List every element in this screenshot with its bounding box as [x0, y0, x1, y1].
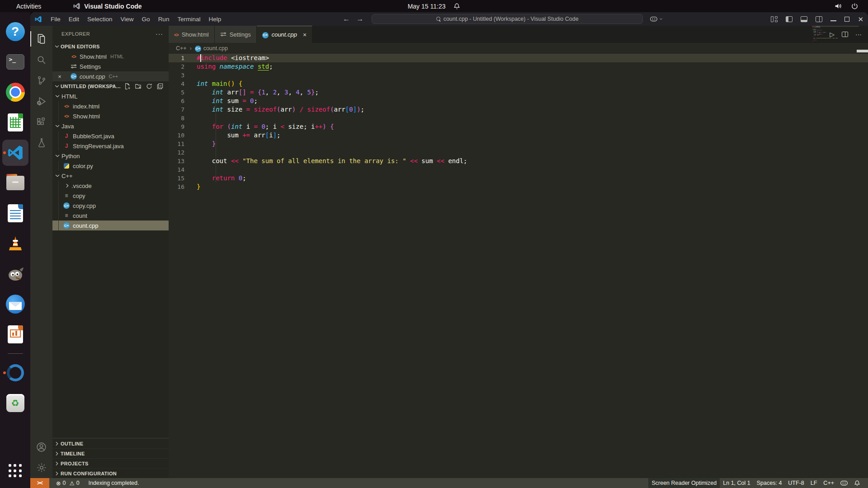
- activitybar-account[interactable]: [30, 436, 52, 457]
- collapse-all-icon[interactable]: [157, 83, 163, 89]
- dock-item-libreoffice-writer[interactable]: [2, 200, 28, 226]
- statusbar-cursor-position[interactable]: Ln 1, Col 1: [720, 478, 753, 488]
- tree-item-index.html[interactable]: <>index.html: [52, 101, 169, 111]
- copilot-menu[interactable]: [650, 16, 663, 23]
- workspace-header[interactable]: UNTITLED (WORKSPA...: [52, 81, 169, 91]
- tree-item-C++[interactable]: C++: [52, 171, 169, 181]
- dock-item-libreoffice-calc[interactable]: [2, 109, 28, 136]
- menu-view[interactable]: View: [117, 14, 138, 24]
- scrollbar-thumb[interactable]: [857, 50, 868, 52]
- tab-close-icon[interactable]: ×: [303, 31, 307, 38]
- chevron-down-icon: [53, 153, 61, 159]
- tree-item-BubbleSort.java[interactable]: JBubbleSort.java: [52, 131, 169, 141]
- remote-indicator[interactable]: ><: [30, 478, 49, 488]
- clock-text[interactable]: May 15 11:23: [408, 3, 446, 10]
- window-restore-button[interactable]: [844, 17, 849, 22]
- tree-item-copy.cpp[interactable]: C+copy.cpp: [52, 201, 169, 211]
- focused-app-indicator[interactable]: Visual Studio Code: [73, 2, 142, 10]
- toggle-primary-sidebar-icon[interactable]: [786, 16, 793, 22]
- activitybar-source-control[interactable]: [30, 70, 52, 91]
- open-editors-header[interactable]: OPEN EDITORS: [52, 42, 169, 52]
- command-center[interactable]: count.cpp - Untitled (Workspace) - Visua…: [372, 14, 643, 24]
- statusbar-screen-reader[interactable]: Screen Reader Optimized: [648, 478, 720, 488]
- code-editor[interactable]: 1#include <iostream>2using namespace std…: [169, 54, 868, 478]
- section-timeline[interactable]: TIMELINE: [52, 448, 169, 458]
- line-number: 6: [169, 97, 197, 105]
- dock-item-libreoffice-impress[interactable]: [2, 321, 28, 347]
- workspace-actions: [124, 83, 169, 89]
- section-label: RUN CONFIGURATION: [61, 471, 117, 476]
- problems-indicator[interactable]: ⊗ 0 ⚠ 0: [53, 478, 83, 488]
- nav-back-button[interactable]: ←: [343, 15, 350, 23]
- activitybar-run-debug[interactable]: [30, 91, 52, 112]
- refresh-icon[interactable]: [146, 83, 152, 89]
- dock-item-files[interactable]: [2, 170, 28, 196]
- new-file-icon[interactable]: [124, 83, 131, 89]
- volume-icon[interactable]: [835, 3, 842, 9]
- dock-item-terminal[interactable]: >_: [2, 49, 28, 75]
- explorer-more-actions-icon[interactable]: ···: [156, 30, 163, 38]
- dock-item-thunderbird[interactable]: [2, 291, 28, 317]
- dock-item-help[interactable]: ?: [2, 19, 28, 45]
- dock-item-software-updater[interactable]: [2, 360, 28, 386]
- tree-item-.vscode[interactable]: .vscode: [52, 181, 169, 191]
- breadcrumb-item[interactable]: C+count.cpp: [195, 45, 228, 52]
- tree-item-Java[interactable]: Java: [52, 121, 169, 131]
- dock-item-vlc[interactable]: [2, 230, 28, 257]
- dock-item-trash[interactable]: ♻: [2, 390, 28, 416]
- customize-layout-icon[interactable]: [771, 16, 778, 22]
- statusbar-encoding[interactable]: UTF-8: [785, 478, 807, 488]
- section-outline[interactable]: OUTLINE: [52, 438, 169, 448]
- tree-item-count[interactable]: ≡count: [52, 211, 169, 221]
- power-icon[interactable]: [851, 3, 858, 9]
- minimap[interactable]: #include <iostream>using namespace std;i…: [812, 26, 862, 80]
- dock-item-show-apps[interactable]: [2, 458, 28, 484]
- dock-item-gimp[interactable]: [2, 261, 28, 287]
- window-close-button[interactable]: ✕: [858, 17, 863, 22]
- statusbar-notifications[interactable]: [851, 478, 863, 488]
- dock-item-chrome[interactable]: [2, 79, 28, 105]
- activitybar-settings-gear[interactable]: [30, 457, 52, 478]
- menu-run[interactable]: Run: [154, 14, 174, 24]
- tree-item-count.cpp[interactable]: C+count.cpp: [52, 221, 169, 230]
- statusbar-eol[interactable]: LF: [807, 478, 821, 488]
- tree-item-Show.html[interactable]: <>Show.html: [52, 111, 169, 121]
- tree-item-HTML[interactable]: HTML: [52, 91, 169, 101]
- activitybar-search[interactable]: [30, 49, 52, 70]
- menu-edit[interactable]: Edit: [65, 14, 83, 24]
- tree-item-copy[interactable]: ≡copy: [52, 191, 169, 201]
- activities-button[interactable]: Activities: [13, 2, 45, 11]
- new-folder-icon[interactable]: [135, 83, 142, 89]
- activitybar-extensions[interactable]: [30, 112, 52, 132]
- open-editor-Settings[interactable]: Settings: [52, 61, 169, 71]
- open-editor-count.cpp[interactable]: ×C+count.cppC++: [52, 71, 169, 81]
- tab-Settings[interactable]: Settings: [215, 26, 257, 43]
- tab-count.cpp[interactable]: C+count.cpp×: [257, 26, 313, 43]
- nav-forward-button[interactable]: →: [356, 15, 363, 23]
- toggle-secondary-sidebar-icon[interactable]: [816, 16, 822, 22]
- close-icon[interactable]: ×: [56, 73, 63, 80]
- tree-item-StringReversal.java[interactable]: JStringReversal.java: [52, 141, 169, 151]
- dock-item-vscode[interactable]: [2, 140, 28, 166]
- statusbar-language-mode[interactable]: C++: [820, 478, 837, 488]
- tab-Show.html[interactable]: <>Show.html: [169, 26, 215, 43]
- breadcrumb-item[interactable]: C++: [176, 45, 187, 52]
- gimp-icon: [6, 264, 25, 283]
- section-run-configuration[interactable]: RUN CONFIGURATION: [52, 468, 169, 478]
- statusbar-copilot[interactable]: [837, 478, 851, 488]
- tree-item-color.py[interactable]: color.py: [52, 161, 169, 171]
- window-minimize-button[interactable]: [830, 17, 836, 22]
- tree-item-Python[interactable]: Python: [52, 151, 169, 161]
- menu-terminal[interactable]: Terminal: [173, 14, 204, 24]
- activitybar-testing[interactable]: [30, 132, 52, 153]
- menu-go[interactable]: Go: [138, 14, 154, 24]
- menu-help[interactable]: Help: [204, 14, 225, 24]
- notification-bell-icon[interactable]: [453, 3, 460, 10]
- toggle-panel-icon[interactable]: [801, 16, 807, 22]
- activitybar-explorer[interactable]: [30, 28, 52, 49]
- open-editor-Show.html[interactable]: <>Show.htmlHTML: [52, 52, 169, 61]
- statusbar-indentation[interactable]: Spaces: 4: [754, 478, 785, 488]
- section-projects[interactable]: PROJECTS: [52, 458, 169, 468]
- menu-file[interactable]: File: [47, 14, 65, 24]
- menu-selection[interactable]: Selection: [83, 14, 117, 24]
